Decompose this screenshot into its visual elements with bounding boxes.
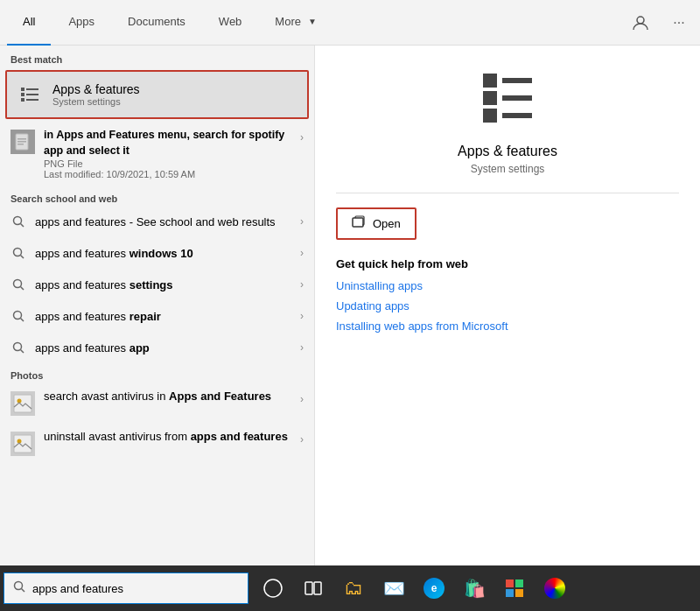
ellipsis-icon: ··· <box>673 15 684 31</box>
tab-web[interactable]: Web <box>203 0 258 46</box>
tab-apps-label: Apps <box>68 15 94 28</box>
user-icon-btn[interactable] <box>626 9 654 37</box>
right-panel: Apps & features System settings Open Get… <box>315 46 700 565</box>
file-icon <box>10 130 35 154</box>
svg-line-33 <box>22 589 25 593</box>
search-row-text-4: apps and features app <box>35 341 291 355</box>
best-match-title: Apps & features <box>52 82 140 96</box>
tab-apps[interactable]: Apps <box>52 0 110 46</box>
top-nav: All Apps Documents Web More ▼ ··· <box>0 0 700 46</box>
svg-rect-4 <box>26 88 38 90</box>
quick-help-link-2[interactable]: Installing web apps from Microsoft <box>336 320 679 333</box>
svg-rect-23 <box>14 435 32 453</box>
search-row-0[interactable]: apps and features - See school and web r… <box>0 206 314 237</box>
photo-chevron-0: › <box>300 390 304 405</box>
open-button[interactable]: Open <box>336 207 416 240</box>
svg-line-12 <box>21 224 24 228</box>
tab-more-label: More <box>275 15 301 28</box>
tab-documents[interactable]: Documents <box>112 0 201 46</box>
taskbar-explorer-btn[interactable]: 🗂 <box>334 569 373 607</box>
svg-rect-1 <box>21 88 24 91</box>
edge-icon: e <box>424 578 444 599</box>
svg-rect-25 <box>483 74 497 88</box>
taskbar-search-icon <box>13 580 25 596</box>
svg-rect-5 <box>26 94 38 95</box>
quick-help-link-1[interactable]: Updating apps <box>336 299 679 313</box>
search-school-label: Search school and web <box>0 186 314 206</box>
svg-rect-36 <box>314 582 321 594</box>
svg-point-13 <box>14 249 22 256</box>
apps-features-icon <box>16 81 44 109</box>
quick-help-link-0[interactable]: Uninstalling apps <box>336 279 679 292</box>
search-chevron-1: › <box>300 247 304 259</box>
file-title-bold: Apps and Features <box>56 129 155 141</box>
search-row-2[interactable]: apps and features settings › <box>0 269 314 300</box>
left-panel: Best match Apps & features System settin… <box>0 46 315 565</box>
best-match-text: Apps & features System settings <box>52 82 140 107</box>
svg-point-0 <box>637 17 644 24</box>
chevron-down-icon: ▼ <box>308 17 317 26</box>
taskbar-tiles-btn[interactable] <box>495 569 534 607</box>
svg-point-34 <box>264 579 282 597</box>
svg-rect-21 <box>14 395 32 412</box>
svg-point-17 <box>14 312 22 320</box>
file-modified: Last modified: 10/9/2021, 10:59 AM <box>44 169 291 179</box>
best-match-subtitle: System settings <box>52 96 140 107</box>
search-chevron-2: › <box>300 278 304 291</box>
search-input[interactable] <box>32 582 239 595</box>
search-row-text-1: apps and features windows 10 <box>35 247 291 260</box>
taskbar-edge-btn[interactable]: e <box>415 569 453 607</box>
best-match-item[interactable]: Apps & features System settings <box>5 70 309 119</box>
open-label: Open <box>373 217 401 230</box>
search-row-1[interactable]: apps and features windows 10 › <box>0 237 314 269</box>
svg-rect-29 <box>502 95 532 101</box>
svg-point-15 <box>14 280 22 288</box>
svg-rect-37 <box>506 579 514 587</box>
search-icon-1 <box>10 245 26 261</box>
taskbar: 🗂 ✉️ e 🛍️ <box>0 565 700 611</box>
svg-rect-40 <box>515 589 523 597</box>
nav-right-icons: ··· <box>626 9 693 37</box>
taskbar-search-btn[interactable] <box>254 569 292 607</box>
search-chevron-0: › <box>300 215 304 228</box>
svg-line-16 <box>21 287 24 291</box>
photo-result-1[interactable]: uninstall avast antivirus from apps and … <box>0 423 314 463</box>
main-container: Best match Apps & features System settin… <box>0 46 700 565</box>
svg-rect-26 <box>483 91 497 105</box>
photo-result-0[interactable]: search avast antivirus in Apps and Featu… <box>0 383 314 423</box>
taskbar-search[interactable] <box>4 572 248 604</box>
more-options-btn[interactable]: ··· <box>665 9 693 37</box>
photo-text-1: uninstall avast antivirus from apps and … <box>44 430 291 443</box>
svg-line-14 <box>21 256 24 259</box>
file-result-item[interactable]: in Apps and Features menu, search for sp… <box>0 121 314 186</box>
tab-more[interactable]: More ▼ <box>259 0 332 46</box>
taskbar-store-btn[interactable]: 🛍️ <box>455 569 494 607</box>
app-large-icon <box>476 67 539 130</box>
taskbar-color-btn[interactable] <box>536 569 574 607</box>
taskbar-taskview-btn[interactable] <box>294 569 332 607</box>
svg-rect-30 <box>502 113 532 118</box>
search-chevron-4: › <box>300 341 304 354</box>
tab-all[interactable]: All <box>7 0 51 46</box>
photo-chevron-1: › <box>300 430 304 446</box>
search-row-3[interactable]: apps and features repair › <box>0 300 314 332</box>
app-icon-container <box>336 67 679 130</box>
search-row-4[interactable]: apps and features app › <box>0 332 314 363</box>
photos-label: Photos <box>0 363 314 383</box>
tab-all-label: All <box>23 15 35 28</box>
svg-rect-35 <box>305 582 312 594</box>
taskbar-mail-btn[interactable]: ✉️ <box>374 569 413 607</box>
tab-documents-label: Documents <box>128 15 186 28</box>
open-window-icon <box>352 215 366 232</box>
svg-rect-10 <box>18 144 24 145</box>
search-icon-4 <box>10 340 26 355</box>
svg-rect-8 <box>18 138 26 140</box>
file-chevron-icon: › <box>300 128 304 144</box>
svg-rect-6 <box>26 99 38 101</box>
svg-line-18 <box>21 319 24 322</box>
svg-rect-39 <box>506 589 514 597</box>
search-row-text-3: apps and features repair <box>35 310 291 323</box>
taskbar-icons: 🗂 ✉️ e 🛍️ <box>254 569 574 607</box>
file-title-prefix: in <box>44 129 56 141</box>
right-divider <box>336 193 679 193</box>
